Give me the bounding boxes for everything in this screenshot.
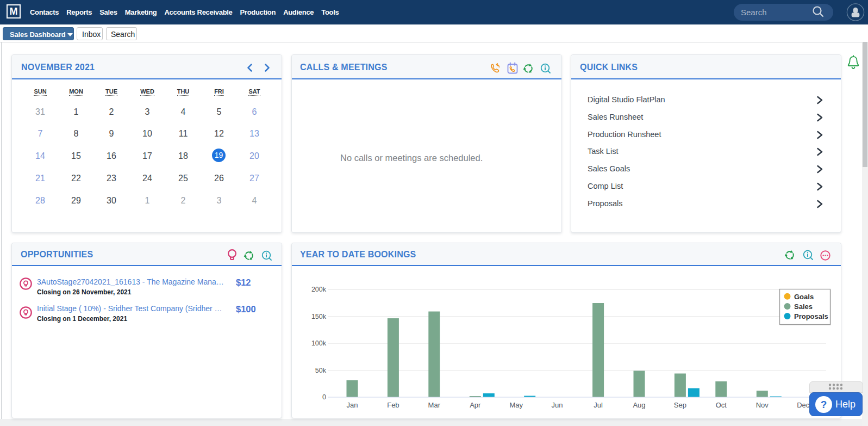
svg-text:Sep: Sep (674, 401, 686, 409)
svg-text:Jun: Jun (552, 401, 563, 409)
svg-text:Jul: Jul (594, 401, 603, 409)
svg-text:Feb: Feb (387, 401, 399, 409)
svg-text:100k: 100k (311, 339, 327, 347)
svg-text:Dec: Dec (797, 401, 810, 409)
svg-text:Jan: Jan (347, 401, 358, 409)
svg-text:Goals: Goals (794, 293, 814, 301)
svg-text:Mar: Mar (428, 401, 441, 409)
svg-text:Apr: Apr (470, 401, 481, 409)
svg-text:Proposals: Proposals (794, 312, 828, 320)
svg-text:Nov: Nov (756, 401, 769, 409)
svg-text:Sales: Sales (794, 302, 813, 311)
svg-text:50k: 50k (315, 367, 327, 374)
svg-text:200k: 200k (311, 286, 327, 293)
svg-text:May: May (509, 401, 523, 409)
svg-text:Aug: Aug (633, 401, 645, 409)
svg-text:0: 0 (322, 393, 326, 401)
svg-text:150k: 150k (311, 313, 327, 320)
svg-text:Oct: Oct (716, 401, 727, 409)
